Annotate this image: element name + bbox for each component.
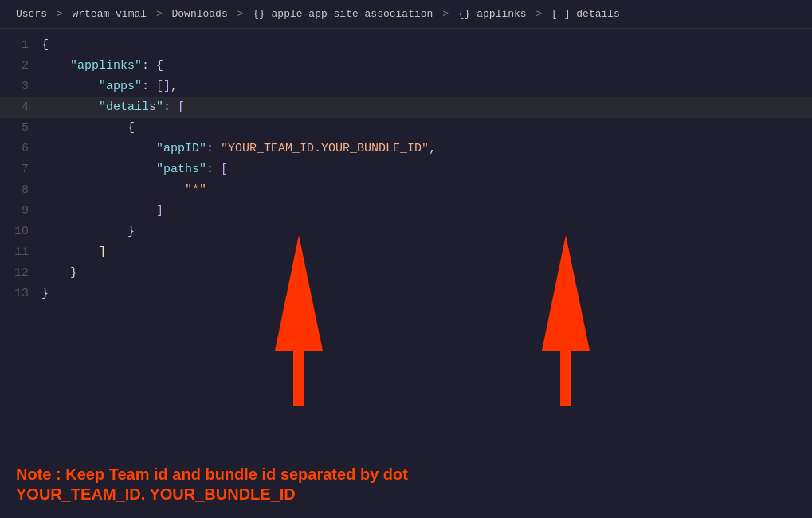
code-line-5: 5 {: [0, 118, 812, 139]
line-content-2: "applinks": {: [41, 56, 163, 77]
breadcrumb-curly2: {}: [458, 8, 471, 20]
line-num-9: 9: [0, 201, 41, 222]
breadcrumb-curly1: {}: [253, 8, 265, 20]
code-line-2: 2 "applinks": {: [0, 56, 812, 77]
code-line-7: 7 "paths": [: [0, 159, 812, 180]
note-line-1: Note : Keep Team id and bundle id separa…: [16, 465, 796, 484]
line-num-5: 5: [0, 118, 41, 139]
line-content-3: "apps": [],: [41, 77, 178, 97]
code-line-13: 13 }: [0, 284, 812, 304]
note-line-2: YOUR_TEAM_ID. YOUR_BUNDLE_ID: [16, 485, 796, 504]
line-content-12: }: [41, 263, 77, 284]
line-num-4: 4: [0, 97, 41, 118]
line-num-2: 2: [0, 56, 41, 77]
line-num-6: 6: [0, 139, 41, 159]
line-num-7: 7: [0, 159, 41, 180]
line-num-10: 10: [0, 222, 41, 242]
note-area: Note : Keep Team id and bundle id separa…: [16, 465, 796, 504]
breadcrumb-applinks: applinks: [477, 8, 526, 20]
code-line-1: 1 {: [0, 35, 812, 56]
code-line-3: 3 "apps": [],: [0, 77, 812, 97]
line-num-11: 11: [0, 242, 41, 263]
code-area: 1 { 2 "applinks": { 3 "apps": [], 4 "det…: [0, 29, 812, 311]
breadcrumb: Users > wrteam-vimal > Downloads > {} ap…: [0, 0, 812, 29]
breadcrumb-user: wrteam-vimal: [72, 8, 147, 20]
code-line-11: 11 ]: [0, 242, 812, 263]
line-content-10: }: [41, 222, 135, 242]
line-num-12: 12: [0, 263, 41, 284]
code-line-8: 8 "*": [0, 180, 812, 201]
breadcrumb-downloads: Downloads: [171, 8, 227, 20]
line-num-1: 1: [0, 35, 41, 56]
breadcrumb-details: details: [576, 8, 620, 20]
code-line-10: 10 }: [0, 222, 812, 242]
line-content-9: ]: [41, 201, 163, 222]
line-num-3: 3: [0, 77, 41, 97]
line-content-13: }: [41, 284, 49, 304]
breadcrumb-file: apple-app-site-association: [272, 8, 433, 20]
line-num-8: 8: [0, 180, 41, 201]
code-line-12: 12 }: [0, 263, 812, 284]
line-content-6: "appID": "YOUR_TEAM_ID.YOUR_BUNDLE_ID",: [41, 139, 436, 159]
code-line-4: 4 "details": [: [0, 97, 812, 118]
code-line-9: 9 ]: [0, 201, 812, 222]
line-content-5: {: [41, 118, 135, 139]
breadcrumb-users: Users: [16, 8, 47, 20]
line-content-7: "paths": [: [41, 159, 228, 180]
line-num-13: 13: [0, 284, 41, 304]
line-content-11: ]: [41, 242, 106, 263]
code-line-6: 6 "appID": "YOUR_TEAM_ID.YOUR_BUNDLE_ID"…: [0, 139, 812, 159]
line-content-8: "*": [41, 180, 206, 201]
line-content-4: "details": [: [41, 97, 185, 118]
breadcrumb-bracket: [ ]: [551, 8, 570, 20]
line-content-1: {: [41, 35, 49, 56]
